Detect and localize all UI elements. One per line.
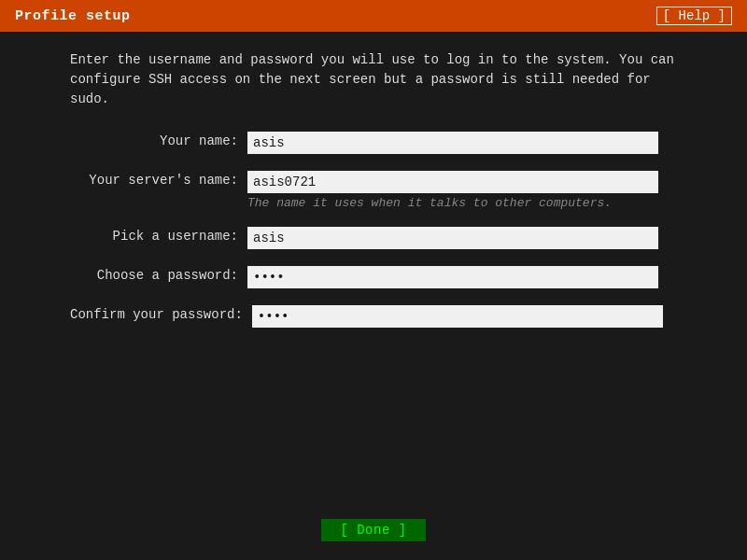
server-name-label: Your server's name: bbox=[70, 171, 247, 188]
titlebar: Profile setup [ Help ] bbox=[0, 0, 747, 32]
your-name-field-col bbox=[247, 132, 677, 154]
server-name-row: Your server's name: The name it uses whe… bbox=[70, 171, 677, 210]
username-input[interactable] bbox=[247, 227, 658, 249]
description: Enter the username and password you will… bbox=[70, 50, 677, 109]
server-name-hint: The name it uses when it talks to other … bbox=[247, 196, 677, 210]
confirm-password-input[interactable] bbox=[252, 305, 663, 328]
titlebar-title: Profile setup bbox=[15, 8, 131, 24]
confirm-password-row: Confirm your password: bbox=[70, 305, 677, 328]
your-name-label: Your name: bbox=[70, 132, 247, 148]
help-button[interactable]: [ Help ] bbox=[656, 7, 732, 25]
username-label: Pick a username: bbox=[70, 227, 247, 244]
done-button[interactable]: [ Done ] bbox=[321, 519, 425, 541]
password-field-col bbox=[247, 266, 677, 288]
password-label: Choose a password: bbox=[70, 266, 247, 283]
password-row: Choose a password: bbox=[70, 266, 677, 288]
username-row: Pick a username: bbox=[70, 227, 677, 249]
server-name-input[interactable] bbox=[247, 171, 658, 193]
your-name-input[interactable] bbox=[247, 132, 658, 154]
confirm-password-label: Confirm your password: bbox=[70, 305, 252, 322]
bottom-bar: [ Done ] bbox=[0, 519, 747, 541]
main-content: Enter the username and password you will… bbox=[0, 32, 747, 363]
server-name-field-col: The name it uses when it talks to other … bbox=[247, 171, 677, 210]
confirm-password-field-col bbox=[252, 305, 677, 328]
username-field-col bbox=[247, 227, 677, 249]
password-input[interactable] bbox=[247, 266, 658, 288]
your-name-row: Your name: bbox=[70, 132, 677, 154]
